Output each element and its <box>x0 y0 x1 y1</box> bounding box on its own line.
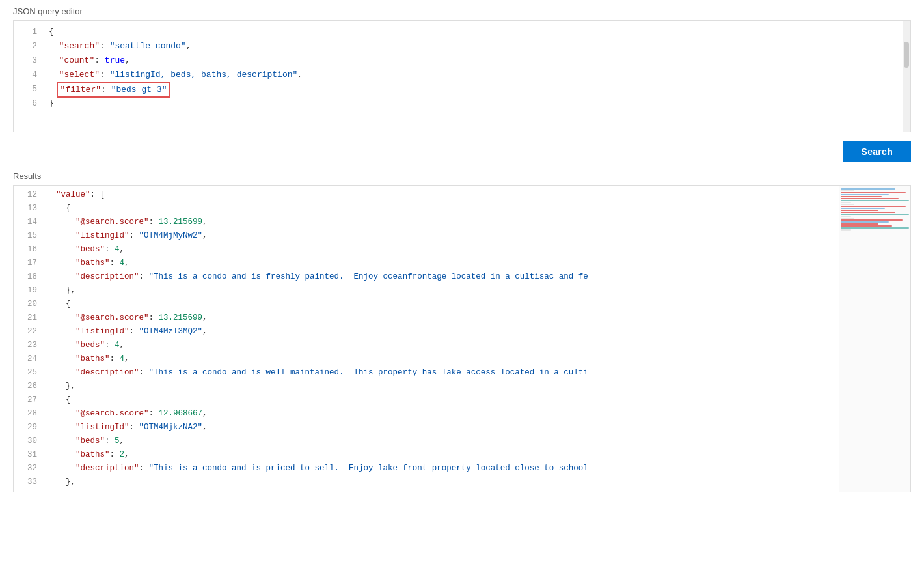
res-line-31: "baths": 2, <box>46 448 839 462</box>
res-line-24: "baths": 4, <box>46 352 839 366</box>
res-line-num-13: 13 <box>14 202 37 216</box>
editor-line-numbers: 1 2 3 4 5 6 <box>14 25 46 128</box>
minimap-lines <box>839 186 910 234</box>
res-line-num-32: 32 <box>14 462 37 475</box>
minimap-line <box>841 208 885 209</box>
minimap-line <box>841 229 851 231</box>
res-line-num-15: 15 <box>14 229 37 243</box>
editor-scrollbar[interactable] <box>903 21 910 132</box>
minimap-line <box>841 196 882 197</box>
res-line-num-14: 14 <box>14 216 37 229</box>
res-line-30: "beds": 5, <box>46 434 839 448</box>
res-line-23: "beds": 4, <box>46 339 839 352</box>
line-num-5: 5 <box>14 82 37 96</box>
editor-panel: 1 2 3 4 5 6 { "search": "seattle condo",… <box>13 20 911 132</box>
res-line-num-33: 33 <box>14 475 37 489</box>
res-line-22: "listingId": "OTM4MzI3MQ2", <box>46 325 839 339</box>
results-title: Results <box>13 171 911 181</box>
minimap-line <box>841 188 895 190</box>
minimap-line <box>841 200 909 201</box>
code-line-4: "select": "listingId, beds, baths, descr… <box>49 68 910 82</box>
code-line-2: "search": "seattle condo", <box>49 39 910 53</box>
results-layout: 12 13 14 15 16 17 18 19 20 21 22 23 24 2… <box>14 186 910 492</box>
res-line-num-28: 28 <box>14 407 37 421</box>
line-num-1: 1 <box>14 25 37 39</box>
res-line-25: "description": "This is a condo and is w… <box>46 366 839 380</box>
results-code-content: "value": [ { "@search.score": 13.215699,… <box>46 188 839 489</box>
res-line-20: { <box>46 298 839 311</box>
results-panel: 12 13 14 15 16 17 18 19 20 21 22 23 24 2… <box>13 185 911 492</box>
line-num-2: 2 <box>14 39 37 53</box>
res-line-num-16: 16 <box>14 243 37 257</box>
res-line-num-24: 24 <box>14 352 37 366</box>
minimap-line <box>841 218 854 219</box>
page-container: JSON query editor 1 2 3 4 5 6 { "search"… <box>0 0 924 577</box>
res-line-num-27: 27 <box>14 393 37 407</box>
res-line-32: "description": "This is a condo and is p… <box>46 462 839 475</box>
minimap-line <box>841 198 899 199</box>
res-line-num-12: 12 <box>14 188 37 202</box>
res-line-26: }, <box>46 380 839 393</box>
res-line-19: }, <box>46 284 839 298</box>
res-line-13: { <box>46 202 839 216</box>
minimap-line <box>841 223 878 225</box>
minimap-line <box>841 202 851 203</box>
res-line-num-18: 18 <box>14 270 37 284</box>
res-line-num-19: 19 <box>14 284 37 298</box>
minimap-line <box>841 225 892 227</box>
editor-code-content[interactable]: { "search": "seattle condo", "count": tr… <box>46 25 910 128</box>
minimap-line <box>841 210 878 211</box>
minimap-line <box>841 190 854 191</box>
code-line-6: } <box>49 96 910 111</box>
minimap-line <box>841 216 851 217</box>
res-line-num-23: 23 <box>14 339 37 352</box>
editor-scrollbar-thumb[interactable] <box>904 42 909 68</box>
res-line-num-17: 17 <box>14 257 37 270</box>
minimap-line <box>841 212 895 213</box>
res-line-29: "listingId": "OTM4MjkzNA2", <box>46 421 839 434</box>
results-minimap <box>839 186 910 492</box>
res-line-num-26: 26 <box>14 380 37 393</box>
res-line-27: { <box>46 393 839 407</box>
search-button-row: Search <box>13 141 911 162</box>
res-line-14: "@search.score": 13.215699, <box>46 216 839 229</box>
res-line-num-29: 29 <box>14 421 37 434</box>
res-line-28: "@search.score": 12.968667, <box>46 407 839 421</box>
minimap-line <box>841 219 903 221</box>
editor-code-area[interactable]: 1 2 3 4 5 6 { "search": "seattle condo",… <box>14 21 910 132</box>
code-line-1: { <box>49 25 910 39</box>
res-line-15: "listingId": "OTM4MjMyNw2", <box>46 229 839 243</box>
line-num-6: 6 <box>14 96 37 111</box>
editor-title: JSON query editor <box>13 7 911 16</box>
res-line-18: "description": "This is a condo and is f… <box>46 270 839 284</box>
minimap-line <box>841 192 906 193</box>
res-line-num-21: 21 <box>14 311 37 325</box>
res-line-16: "beds": 4, <box>46 243 839 257</box>
res-line-num-30: 30 <box>14 434 37 448</box>
minimap-line <box>841 227 909 229</box>
res-line-num-20: 20 <box>14 298 37 311</box>
minimap-line <box>841 194 889 195</box>
line-num-4: 4 <box>14 68 37 82</box>
res-line-17: "baths": 4, <box>46 257 839 270</box>
line-num-3: 3 <box>14 53 37 68</box>
res-line-num-22: 22 <box>14 325 37 339</box>
results-code-area[interactable]: 12 13 14 15 16 17 18 19 20 21 22 23 24 2… <box>14 186 839 492</box>
res-line-33: }, <box>46 475 839 489</box>
res-line-12: "value": [ <box>46 188 839 202</box>
minimap-line <box>841 221 889 223</box>
search-button[interactable]: Search <box>843 141 912 162</box>
code-line-3: "count": true, <box>49 53 910 68</box>
res-line-num-31: 31 <box>14 448 37 462</box>
minimap-line <box>841 206 906 207</box>
code-line-5: "filter": "beds gt 3" <box>49 82 910 96</box>
res-line-21: "@search.score": 13.215699, <box>46 311 839 325</box>
results-line-numbers: 12 13 14 15 16 17 18 19 20 21 22 23 24 2… <box>14 188 46 489</box>
res-line-num-25: 25 <box>14 366 37 380</box>
minimap-line <box>841 214 909 215</box>
minimap-line <box>841 204 854 205</box>
